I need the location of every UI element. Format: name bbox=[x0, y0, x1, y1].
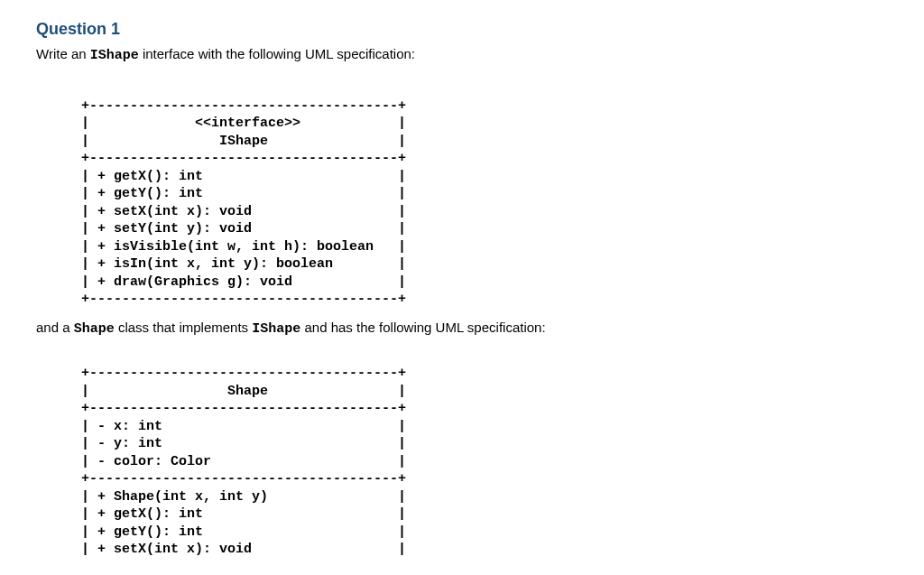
uml-line: +--------------------------------------+ bbox=[81, 98, 406, 114]
uml-line: | Shape | bbox=[81, 384, 406, 399]
uml-line: +--------------------------------------+ bbox=[81, 471, 406, 487]
uml-line: | IShape | bbox=[81, 134, 406, 149]
mid-between: class that implements bbox=[115, 320, 253, 335]
uml-line: +--------------------------------------+ bbox=[81, 292, 406, 307]
uml-line: | + getY(): int | bbox=[81, 186, 406, 201]
uml-line: | + getX(): int | bbox=[81, 506, 406, 522]
prompt-text-before: Write an bbox=[36, 46, 90, 61]
mid-after: and has the following UML specification: bbox=[300, 320, 545, 335]
mid-code-ishape: IShape bbox=[252, 321, 300, 337]
prompt-text-after: interface with the following UML specifi… bbox=[139, 46, 415, 61]
uml-line: +--------------------------------------+ bbox=[81, 366, 406, 381]
uml-line: | + setX(int x): void | bbox=[81, 204, 406, 219]
uml-line: | - y: int | bbox=[81, 436, 406, 451]
uml-line: | - x: int | bbox=[81, 419, 406, 434]
mid-code-shape: Shape bbox=[74, 321, 115, 337]
uml-line: | + setY(int y): void | bbox=[81, 221, 406, 236]
mid-before: and a bbox=[36, 320, 74, 335]
uml-line: | + getY(): int | bbox=[81, 524, 406, 540]
mid-prompt: and a Shape class that implements IShape… bbox=[36, 318, 888, 339]
uml-line: +--------------------------------------+ bbox=[81, 401, 406, 416]
uml-line: | + draw(Graphics g): void | bbox=[81, 274, 406, 290]
uml-line: +--------------------------------------+ bbox=[81, 151, 406, 166]
uml-line: | + setX(int x): void | bbox=[81, 542, 406, 557]
uml-line: | <<interface>> | bbox=[81, 116, 406, 131]
uml-shape-block: +--------------------------------------+… bbox=[81, 348, 888, 559]
uml-line: | + isVisible(int w, int h): boolean | bbox=[81, 239, 406, 255]
uml-line: | - color: Color | bbox=[81, 454, 406, 469]
uml-interface-block: +--------------------------------------+… bbox=[81, 79, 888, 309]
question-title: Question 1 bbox=[36, 18, 888, 41]
uml-line: | + isIn(int x, int y): boolean | bbox=[81, 256, 406, 272]
question-prompt: Write an IShape interface with the follo… bbox=[36, 44, 888, 65]
uml-line: | + getX(): int | bbox=[81, 169, 406, 184]
uml-line: | + Shape(int x, int y) | bbox=[81, 489, 406, 505]
prompt-code: IShape bbox=[90, 48, 139, 63]
